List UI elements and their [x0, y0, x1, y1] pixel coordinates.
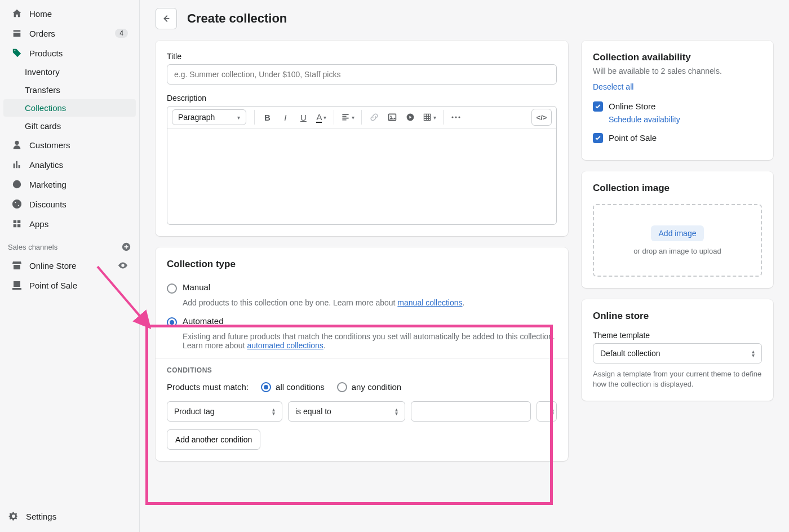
editor-toolbar: Paragraph B I U A	[167, 107, 556, 128]
condition-row: Product tag▴▾ is equal to▴▾ ▴▾	[167, 401, 557, 422]
align-icon	[341, 113, 350, 122]
orders-icon	[11, 28, 23, 39]
nav-discounts[interactable]: Discounts	[3, 194, 136, 214]
image-icon	[388, 113, 397, 122]
nav-label: Products	[29, 48, 128, 58]
more-button[interactable]	[448, 109, 464, 126]
nav-customers[interactable]: Customers	[3, 135, 136, 154]
channel-pos[interactable]: Point of Sale	[3, 276, 136, 295]
italic-button[interactable]: I	[277, 109, 293, 126]
manual-collections-link[interactable]: manual collections	[397, 298, 462, 307]
editor-body[interactable]	[167, 128, 556, 224]
underline-button[interactable]: U	[295, 109, 311, 126]
primary-nav: Home Orders 4 Products Inventory Transfe…	[0, 3, 139, 502]
availability-pos[interactable]: Point of Sale	[593, 127, 762, 149]
condition-operator-select[interactable]: is equal to▴▾	[288, 401, 405, 422]
add-image-button[interactable]: Add image	[651, 225, 704, 241]
collection-type-title: Collection type	[167, 259, 557, 270]
automated-description: Existing and future products that match …	[183, 332, 557, 350]
table-button[interactable]	[420, 109, 438, 126]
description-editor: Paragraph B I U A	[167, 106, 557, 225]
store-icon	[11, 260, 23, 271]
person-icon	[11, 139, 23, 150]
checkbox-icon	[593, 133, 603, 143]
pos-icon	[11, 280, 23, 291]
target-icon	[11, 179, 23, 190]
nav-collections[interactable]: Collections	[3, 99, 136, 117]
align-button[interactable]	[339, 109, 357, 126]
channel-online-store[interactable]: Online Store	[3, 256, 136, 275]
availability-online-store[interactable]: Online Store	[593, 96, 762, 117]
automated-collections-link[interactable]: automated collections	[247, 341, 323, 350]
bold-button[interactable]: B	[259, 109, 275, 126]
nav-label: Home	[29, 9, 128, 19]
image-dropzone[interactable]: Add image or drop an image to upload	[593, 204, 762, 277]
radio-icon	[167, 283, 177, 294]
tag-icon	[11, 47, 23, 59]
table-icon	[423, 113, 432, 122]
add-condition-button[interactable]: Add another condition	[167, 429, 260, 450]
link-button[interactable]	[366, 109, 382, 126]
svg-point-2	[391, 116, 392, 117]
title-input[interactable]	[167, 64, 557, 85]
image-button[interactable]	[384, 109, 400, 126]
more-icon	[451, 116, 460, 118]
nav-transfers[interactable]: Transfers	[3, 81, 136, 99]
text-color-button[interactable]: A	[313, 109, 329, 126]
nav-marketing[interactable]: Marketing	[3, 175, 136, 194]
condition-field-select[interactable]: Product tag▴▾	[167, 401, 282, 422]
nav-orders[interactable]: Orders 4	[3, 24, 136, 43]
svg-point-4	[452, 116, 454, 118]
nav-analytics[interactable]: Analytics	[3, 155, 136, 174]
paragraph-select[interactable]: Paragraph	[172, 109, 246, 125]
back-button[interactable]	[156, 8, 177, 29]
link-icon	[370, 113, 379, 122]
radio-icon	[167, 317, 177, 327]
home-icon	[11, 8, 23, 19]
type-automated-radio[interactable]: Automated	[167, 313, 557, 331]
nav-apps[interactable]: Apps	[3, 214, 136, 233]
orders-badge: 4	[115, 29, 128, 38]
gear-icon	[8, 511, 19, 522]
play-icon	[406, 113, 415, 122]
match-all-radio[interactable]: all conditions	[261, 381, 325, 392]
type-manual-radio[interactable]: Manual	[167, 279, 557, 297]
condition-extra-select[interactable]: ▴▾	[537, 401, 557, 422]
arrow-left-icon	[161, 14, 171, 24]
conditions-header: Conditions	[167, 366, 557, 374]
collection-image-card: Collection image Add image or drop an im…	[582, 171, 773, 288]
title-label: Title	[167, 52, 557, 61]
nav-products[interactable]: Products	[3, 43, 136, 63]
html-button[interactable]: </>	[531, 109, 552, 126]
nav-inventory[interactable]: Inventory	[3, 63, 136, 81]
sales-channels-header: Sales channels	[0, 234, 139, 255]
chart-icon	[11, 159, 23, 170]
deselect-all-link[interactable]: Deselect all	[593, 82, 633, 91]
eye-icon[interactable]	[118, 260, 128, 271]
nav-gift-cards[interactable]: Gift cards	[3, 117, 136, 135]
apps-icon	[11, 218, 23, 229]
manual-description: Add products to this collection one by o…	[183, 298, 557, 307]
radio-icon	[337, 382, 347, 392]
condition-value-input[interactable]	[411, 401, 531, 422]
description-label: Description	[167, 94, 557, 103]
theme-template-select[interactable]: Default collection▴▾	[593, 343, 762, 363]
title-card: Title Description Paragraph B I U A	[156, 41, 568, 236]
schedule-availability-link[interactable]: Schedule availability	[609, 115, 762, 124]
video-button[interactable]	[402, 109, 418, 126]
match-any-radio[interactable]: any condition	[337, 381, 401, 392]
online-store-template-card: Online store Theme template Default coll…	[582, 299, 773, 401]
availability-card: Collection availability Will be availabl…	[582, 41, 773, 160]
nav-settings[interactable]: Settings	[0, 502, 139, 532]
checkbox-icon	[593, 101, 603, 112]
collection-type-card: Collection type Manual Add products to t…	[156, 247, 568, 461]
svg-point-6	[459, 116, 460, 118]
radio-icon	[261, 382, 271, 392]
nav-label: Orders	[29, 29, 115, 38]
page-header: Create collection	[140, 0, 789, 29]
page-title: Create collection	[187, 11, 287, 26]
discount-icon	[11, 198, 23, 210]
add-channel-icon[interactable]	[121, 242, 131, 252]
nav-home[interactable]: Home	[3, 4, 136, 23]
sidebar: Home Orders 4 Products Inventory Transfe…	[0, 0, 140, 532]
